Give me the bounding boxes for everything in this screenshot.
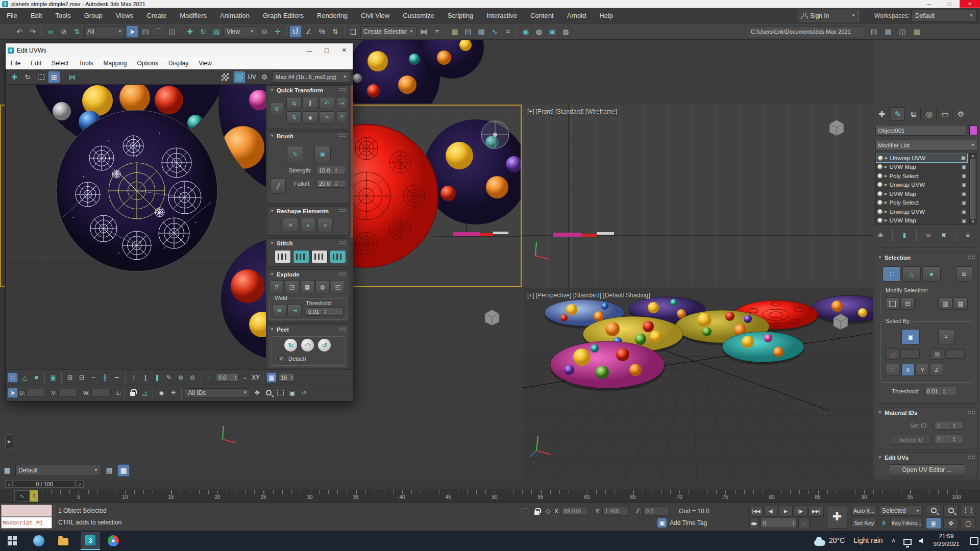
modifier-stack-row[interactable]: ▶UVW Map▣: [876, 189, 968, 198]
quick-peel-icon[interactable]: ↻: [284, 339, 297, 352]
remove-modifier-icon[interactable]: ✖: [939, 230, 949, 240]
select-and-rotate-icon[interactable]: ↻: [197, 26, 209, 38]
modifier-stack-row[interactable]: ▶Unwrap UVW▣: [876, 181, 968, 190]
checker-pattern-icon[interactable]: [233, 71, 246, 83]
matid-field[interactable]: [945, 349, 965, 359]
modifier-visibility-icon[interactable]: [877, 164, 883, 169]
expand-icon[interactable]: ▶: [885, 174, 887, 178]
mirror-icon[interactable]: ⋈: [418, 26, 430, 38]
uvw-close-icon[interactable]: ✕: [335, 44, 353, 57]
scroll-up-icon[interactable]: ▲: [971, 154, 975, 158]
object-name-field[interactable]: Object001: [875, 125, 966, 136]
angle-snap-icon[interactable]: ∠: [303, 26, 315, 38]
pin-stack-icon[interactable]: ⊕: [875, 230, 886, 240]
modifier-visibility-icon[interactable]: [877, 182, 883, 187]
hide-selection-icon[interactable]: ◆: [156, 388, 166, 398]
uv-vertex-mode-icon[interactable]: ∷: [8, 372, 18, 383]
limit-soft-selection-icon[interactable]: ▦: [266, 372, 277, 383]
uv-mirror-icon[interactable]: ⋈: [66, 71, 78, 83]
edge-straighten-icon[interactable]: ⌗: [283, 218, 298, 232]
configure-modifier-sets-icon[interactable]: ≡: [963, 230, 973, 240]
loop-grow-icon[interactable]: ╫: [100, 372, 110, 383]
modifier-stack-row[interactable]: ▶Poly Select▣: [876, 198, 968, 208]
edge-loop-icon[interactable]: ▤: [953, 297, 968, 310]
shrink-selection-icon[interactable]: ⊟: [900, 297, 915, 310]
modify-tab[interactable]: ✎: [891, 107, 905, 121]
falloff-shape-icon[interactable]: ⌣: [240, 372, 250, 383]
flatten-by-element-icon[interactable]: ◳: [285, 280, 299, 293]
select-element-icon[interactable]: ▣: [48, 372, 58, 383]
absolute-mode-icon[interactable]: ➤: [8, 388, 18, 398]
modifier-gizmo-icon[interactable]: ▣: [962, 173, 966, 179]
zoom-region-icon[interactable]: [961, 505, 976, 516]
menu-animation[interactable]: Animation: [213, 8, 256, 23]
falloff-spinner[interactable]: 20.0▲▼: [316, 179, 346, 188]
expand-icon[interactable]: ▶: [885, 156, 888, 160]
zoom-viewport-icon[interactable]: [926, 505, 941, 516]
paint-move-brush-icon[interactable]: ✎: [287, 146, 303, 162]
scroll-thumb[interactable]: [351, 85, 353, 238]
flatten-by-smoothing-icon[interactable]: ◍: [315, 280, 330, 293]
uvw-menu-view[interactable]: View: [193, 57, 217, 69]
select-by-normal-icon[interactable]: ∷: [885, 364, 899, 376]
stitch-source-icon[interactable]: [293, 250, 309, 263]
relax-brush-icon[interactable]: ▣: [314, 146, 331, 162]
previous-frame-icon[interactable]: ‹: [5, 480, 13, 488]
ring-extend-icon[interactable]: ❘: [129, 372, 139, 383]
network-icon[interactable]: [900, 534, 915, 548]
flatten-by-edge-icon[interactable]: ⇈: [270, 280, 284, 293]
edge-ring-icon[interactable]: ▥: [938, 297, 952, 310]
soft-selection-spinner[interactable]: 0.0▲▼: [216, 373, 238, 382]
modifier-gizmo-icon[interactable]: ▣: [962, 182, 966, 188]
taskbar-3dsmax-icon[interactable]: 3: [81, 532, 100, 550]
render-production-icon[interactable]: ◍: [559, 26, 572, 38]
flatten-by-face-icon[interactable]: ▦: [300, 280, 314, 293]
uv-face-mode-icon[interactable]: ■: [31, 372, 41, 383]
selection-lock-icon[interactable]: [532, 506, 542, 516]
asset-tracking-icon[interactable]: ▤: [868, 26, 880, 38]
select-y-button[interactable]: Y: [916, 364, 929, 376]
utilities-tab[interactable]: ⚙: [954, 107, 968, 121]
select-by-name-icon[interactable]: ▤: [139, 26, 152, 38]
align-horizontal-icon[interactable]: ⇆: [286, 97, 302, 109]
scroll-down-icon[interactable]: ▼: [971, 219, 975, 224]
set-key-button[interactable]: Set Key: [851, 518, 877, 528]
selection-rollout-header[interactable]: ▼Selection: [875, 253, 977, 262]
taskbar-temperature[interactable]: 20°C: [829, 536, 845, 544]
object-color-swatch[interactable]: [969, 126, 977, 135]
layer-list-icon[interactable]: ▤: [103, 464, 115, 477]
flatten-custom-icon[interactable]: ◰: [331, 280, 345, 293]
paint-select-add-icon[interactable]: ⊕: [176, 372, 186, 383]
show-hidden-icons-chevron[interactable]: ∧: [891, 537, 896, 544]
space-horizontal-icon[interactable]: ⇅: [286, 111, 302, 123]
expand-icon[interactable]: ▶: [885, 218, 887, 222]
play-icon[interactable]: ▶: [779, 506, 793, 517]
edit-named-selection-sets-icon[interactable]: ❏: [347, 26, 359, 38]
unlink-selection-icon[interactable]: ⊘: [58, 26, 70, 38]
motion-tab[interactable]: ◎: [922, 107, 937, 121]
reshape-header[interactable]: ▼Reshape Elements: [267, 207, 349, 215]
weld-threshold-spinner[interactable]: 0.01▲▼: [306, 307, 344, 316]
set-id-spinner[interactable]: 0▲▼: [935, 421, 963, 430]
menu-create[interactable]: Create: [140, 8, 173, 23]
modifier-gizmo-icon[interactable]: ▣: [962, 191, 966, 196]
modifier-stack-row[interactable]: ▶UVW Map▣: [876, 163, 968, 172]
peel-header[interactable]: ▼Peel: [267, 325, 349, 334]
zoom-region-icon[interactable]: [275, 388, 285, 398]
modifier-stack-row[interactable]: ▶UVW Map▣: [876, 216, 968, 226]
u-field[interactable]: [27, 389, 46, 397]
bind-to-space-warp-icon[interactable]: ⇅: [71, 26, 83, 38]
stitch-custom-icon[interactable]: [275, 250, 291, 263]
lock-selection-icon[interactable]: [128, 388, 138, 398]
menu-modifiers[interactable]: Modifiers: [173, 8, 213, 23]
open-uv-editor-button[interactable]: Open UV Editor ...: [889, 464, 965, 475]
zoom-extents-icon[interactable]: ▣: [926, 517, 941, 529]
select-element-button[interactable]: ⧉: [956, 266, 972, 282]
modifier-gizmo-icon[interactable]: ▣: [961, 155, 966, 161]
scene-explorer-grid-icon[interactable]: ▦: [1, 464, 13, 477]
taskbar-clock[interactable]: 21:599/29/2021: [925, 533, 968, 548]
time-configuration-icon[interactable]: ◔: [798, 518, 810, 529]
falloff-curve-icon[interactable]: ╱: [271, 179, 286, 194]
modifier-gizmo-icon[interactable]: ▣: [962, 209, 966, 214]
uv-freeform-icon[interactable]: ⊞: [48, 71, 60, 83]
